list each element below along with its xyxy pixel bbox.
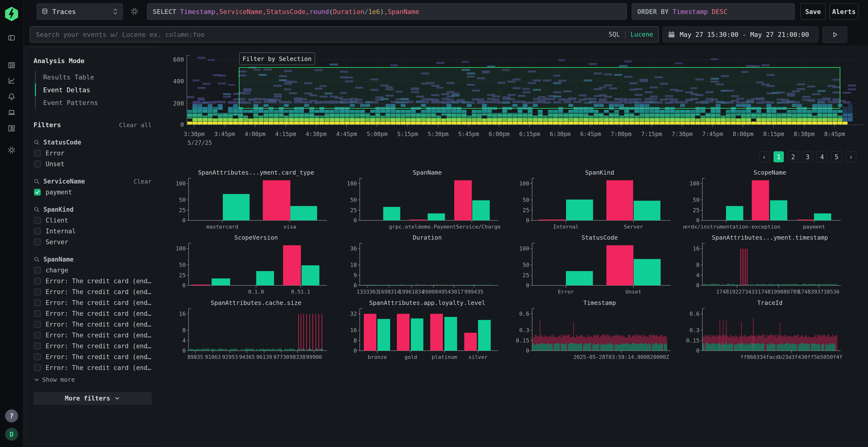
mini-chart-timestamp[interactable]: Timestamp0.60.30.1502025-05-28T03:59:14.… xyxy=(513,298,682,366)
query-language-toggle[interactable]: SQL | Lucene xyxy=(609,31,653,38)
settings-gear-icon[interactable] xyxy=(7,146,16,154)
dashboards-grid-icon[interactable] xyxy=(7,124,16,133)
checkbox[interactable] xyxy=(34,332,41,339)
mini-chart-trace-id[interactable]: TraceId0.60.30.150ff860334facdb23d3f430f… xyxy=(683,298,852,366)
bar xyxy=(556,343,557,351)
checkbox[interactable] xyxy=(34,239,41,245)
filter-by-selection-tooltip[interactable]: Filter by Selection xyxy=(239,53,315,65)
checkbox[interactable] xyxy=(34,321,41,328)
bar xyxy=(620,344,620,351)
analysis-mode-item-results-table[interactable]: Results Table xyxy=(35,71,152,83)
search-icon[interactable] xyxy=(33,178,40,185)
bar xyxy=(320,349,320,351)
checkbox[interactable] xyxy=(34,288,41,295)
panel-toggle-icon[interactable] xyxy=(7,34,16,42)
pagination-page-1[interactable]: 1 xyxy=(774,151,784,162)
pagination-page-2[interactable]: 2 xyxy=(788,151,798,162)
search-icon[interactable] xyxy=(33,206,40,213)
bar xyxy=(798,344,799,351)
svg-text:SpanAttributes.cache.size: SpanAttributes.cache.size xyxy=(211,299,301,306)
filter-option[interactable]: Internal xyxy=(33,228,152,235)
filter-option[interactable]: Error: The credit card (end… xyxy=(33,342,152,350)
alerts-button[interactable]: Alerts xyxy=(830,3,858,20)
bar xyxy=(197,349,197,351)
pagination-prev-button[interactable]: ‹ xyxy=(759,151,769,162)
search-bar[interactable]: SQL | Lucene xyxy=(30,27,659,42)
checkbox[interactable] xyxy=(34,353,41,360)
bar xyxy=(828,284,828,285)
source-settings-gear-icon[interactable] xyxy=(130,7,139,16)
filter-option[interactable]: Error: The credit card (end… xyxy=(33,332,152,339)
mini-chart-span-kind[interactable]: SpanKind10050250InternalServer xyxy=(513,167,682,236)
mini-chart-span-name[interactable]: SpanName10050250grpc.oteldemo.PaymentSer… xyxy=(340,167,509,236)
pagination-page-5[interactable]: 5 xyxy=(831,151,842,162)
filter-option[interactable]: Error: The credit card (end… xyxy=(33,288,152,296)
app-logo[interactable] xyxy=(4,6,19,22)
filter-option[interactable]: Error: The credit card (end… xyxy=(33,310,152,317)
checkbox[interactable] xyxy=(34,343,41,349)
mini-chart-duration[interactable]: Duration36189013333631698314199618342600… xyxy=(340,232,509,301)
source-select[interactable]: Traces xyxy=(37,3,123,20)
search-input[interactable] xyxy=(35,31,609,38)
checkbox[interactable] xyxy=(34,267,41,274)
clear-filter-link[interactable]: Clear xyxy=(133,178,152,185)
filter-option[interactable]: payment xyxy=(33,188,152,196)
mini-chart-cache-size[interactable]: SpanAttributes.cache.size168408983591063… xyxy=(169,298,338,366)
event-viewer-icon[interactable] xyxy=(7,61,16,69)
bar xyxy=(801,343,802,351)
checkbox[interactable] xyxy=(34,161,41,167)
more-filters-button[interactable]: More filters xyxy=(33,392,152,405)
search-icon[interactable] xyxy=(33,139,40,146)
time-range-picker[interactable]: May 27 15:30:00 - May 27 21:00:00 xyxy=(662,27,818,42)
checkbox[interactable] xyxy=(34,150,41,157)
checkbox[interactable] xyxy=(34,310,41,317)
save-button[interactable]: Save xyxy=(801,3,826,20)
order-by-input[interactable]: ORDER BY Timestamp DESC xyxy=(632,3,795,20)
run-query-button[interactable] xyxy=(823,27,847,43)
filter-option[interactable]: Error: The credit card (end… xyxy=(33,353,152,360)
mini-chart-scope-version[interactable]: ScopeVersion100502500.1.00.51.1 xyxy=(169,232,338,301)
filter-option-label: Server xyxy=(45,238,68,246)
filter-option[interactable]: Error: The credit card (end… xyxy=(33,299,152,306)
mini-chart-loyalty-level[interactable]: SpanAttributes.app.loyalty.level321680br… xyxy=(340,298,509,366)
mini-chart-status-code[interactable]: StatusCode10050250ErrorUnset xyxy=(513,232,682,301)
mini-chart-card-type[interactable]: SpanAttributes...yment.card_type10050250… xyxy=(169,167,338,236)
bar xyxy=(566,200,593,220)
filter-option[interactable]: charge xyxy=(33,267,152,274)
pagination-page-4[interactable]: 4 xyxy=(817,151,827,162)
select-clause-input[interactable]: SELECT Timestamp,ServiceName,StatusCode,… xyxy=(147,3,627,20)
analysis-mode-item-event-patterns[interactable]: Event Patterns xyxy=(35,96,152,109)
filter-option[interactable]: Error: The credit card (end… xyxy=(33,321,152,328)
filter-option[interactable]: Server xyxy=(33,238,152,246)
filter-option[interactable]: Client xyxy=(33,217,152,224)
filter-option[interactable]: Error: The credit card (end… xyxy=(33,364,152,371)
bar xyxy=(649,344,650,351)
analysis-mode-list: Results TableEvent DeltasEvent Patterns xyxy=(35,71,152,109)
checkbox[interactable] xyxy=(34,189,41,196)
checkbox[interactable] xyxy=(34,217,41,224)
analysis-mode-item-event-deltas[interactable]: Event Deltas xyxy=(35,83,152,96)
lucene-toggle[interactable]: Lucene xyxy=(630,31,653,38)
filter-option-label: Error: The credit card (end… xyxy=(45,299,151,306)
sql-toggle[interactable]: SQL xyxy=(609,31,620,38)
checkbox[interactable] xyxy=(34,299,41,306)
checkbox[interactable] xyxy=(34,278,41,284)
bar xyxy=(322,349,323,351)
user-avatar[interactable]: D xyxy=(5,428,18,441)
filter-option[interactable]: Error: The credit card (end… xyxy=(33,277,152,285)
help-button[interactable]: ? xyxy=(5,409,18,422)
chart-explorer-icon[interactable] xyxy=(7,77,16,85)
alerts-bell-icon[interactable] xyxy=(7,93,16,101)
search-icon[interactable] xyxy=(33,256,40,263)
pagination-page-3[interactable]: 3 xyxy=(802,151,813,162)
show-more-link[interactable]: Show more xyxy=(33,376,152,383)
filter-option[interactable]: Error xyxy=(33,149,152,157)
filter-option[interactable]: Unset xyxy=(33,161,152,168)
mini-chart-payment-timestamp[interactable]: SpanAttributes...yment.timestamp16840174… xyxy=(683,232,852,301)
clear-all-link[interactable]: Clear all xyxy=(119,122,152,129)
pagination-next-button[interactable]: › xyxy=(846,151,856,162)
checkbox[interactable] xyxy=(34,228,41,235)
mini-chart-scope-name[interactable]: ScopeName10050250@hyperdx/instrumentatio… xyxy=(683,167,852,236)
checkbox[interactable] xyxy=(34,365,41,371)
sessions-laptop-icon[interactable] xyxy=(7,108,16,116)
